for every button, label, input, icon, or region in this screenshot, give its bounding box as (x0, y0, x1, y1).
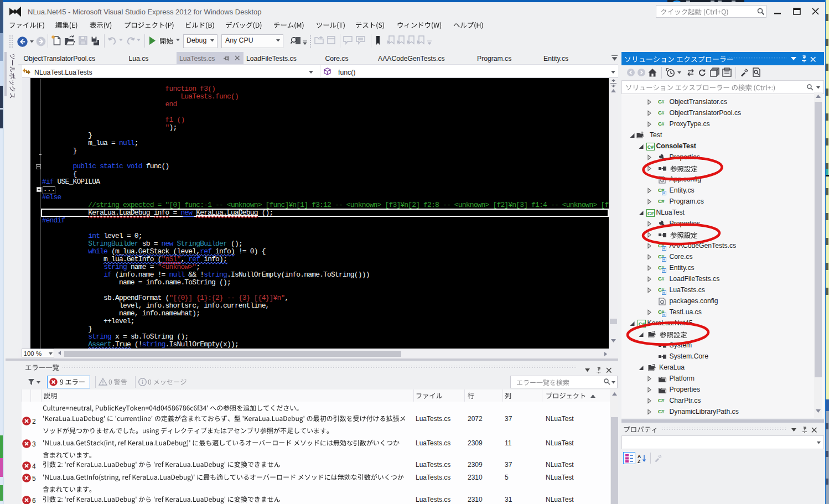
svg-text:C#: C# (647, 210, 654, 216)
svg-text:C#: C# (647, 144, 654, 149)
svg-text:Z: Z (638, 459, 640, 464)
